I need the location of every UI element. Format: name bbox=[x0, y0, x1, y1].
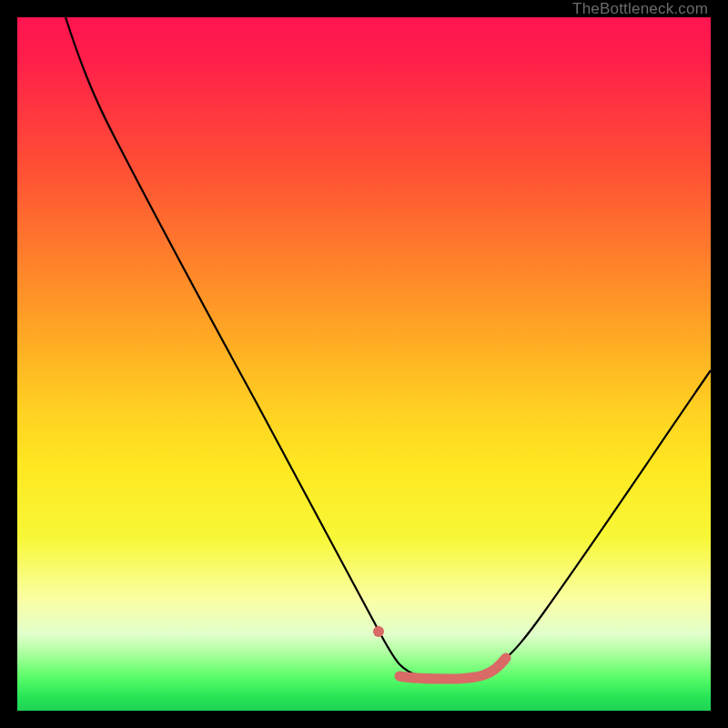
highlight-dot bbox=[373, 626, 384, 637]
highlight-segment bbox=[399, 658, 506, 679]
chart-frame: TheBottleneck.com bbox=[0, 0, 728, 728]
plot-area bbox=[17, 17, 711, 711]
bottleneck-curve bbox=[66, 17, 711, 678]
curve-layer bbox=[17, 17, 711, 711]
watermark-text: TheBottleneck.com bbox=[572, 0, 708, 18]
